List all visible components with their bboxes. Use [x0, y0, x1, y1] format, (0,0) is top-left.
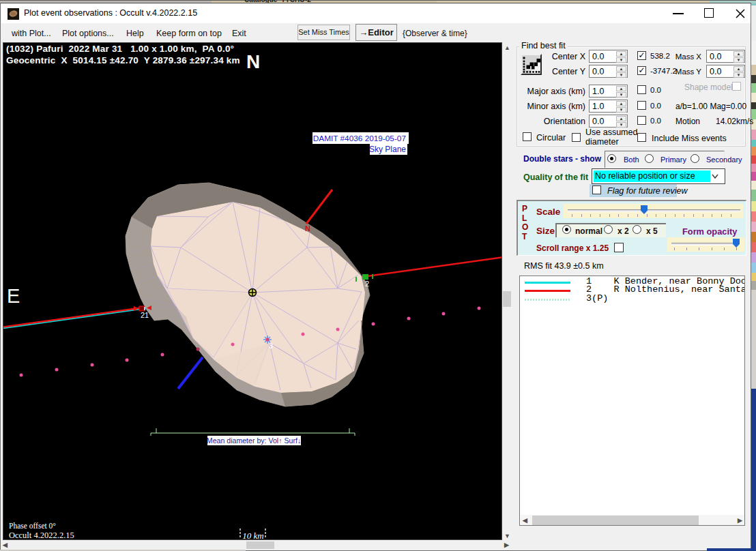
svg-text:(1032) Pafuri 2022 Mar 31 1: (1032) Pafuri 2022 Mar 31 1.00 x 1.00 km…: [6, 44, 234, 54]
svg-text:Geocentric X 5014.15 ±42.70: Geocentric X 5014.15 ±42.70 Y 2879.36 ±2…: [6, 55, 240, 65]
svg-text:N: N: [305, 224, 310, 233]
svg-text:DAMIT #4036 2019-05-07: DAMIT #4036 2019-05-07: [313, 134, 406, 143]
svg-text:21: 21: [141, 311, 149, 319]
svg-text:3: 3: [269, 342, 273, 350]
svg-text:2: 2: [365, 280, 369, 288]
svg-text:Phase offset 0°: Phase offset 0°: [9, 522, 56, 530]
svg-text:N: N: [246, 51, 260, 72]
svg-text:Mean diameter by: Vol↑ Surf↓: Mean diameter by: Vol↑ Surf↓: [207, 436, 301, 445]
svg-text:Sky Plane: Sky Plane: [369, 145, 406, 154]
svg-text:E: E: [7, 285, 20, 307]
svg-text:10 km: 10 km: [242, 531, 263, 539]
svg-text:Occult 4.2022.2.15: Occult 4.2022.2.15: [9, 531, 74, 539]
